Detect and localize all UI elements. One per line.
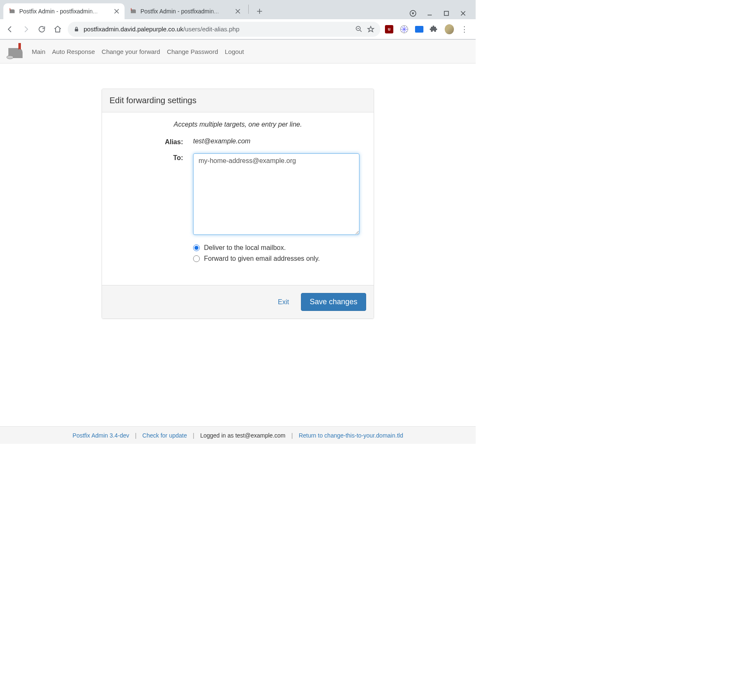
mailbox-favicon [8, 8, 16, 15]
exit-link[interactable]: Exit [278, 298, 289, 305]
extensions-icon[interactable] [430, 25, 439, 34]
browser-chrome: Postfix Admin - postfixadmin... Postfix … [0, 0, 476, 40]
radio-forward-only-label: Forward to given email addresses only. [204, 255, 320, 262]
svg-rect-3 [75, 29, 78, 31]
panel-header: Edit forwarding settings [102, 89, 374, 112]
footer-return-link[interactable]: Return to change-this-to-your.domain.tld [299, 432, 403, 439]
tab-strip: Postfix Admin - postfixadmin... Postfix … [0, 0, 476, 19]
footer-check-update[interactable]: Check for update [143, 432, 187, 439]
home-button[interactable] [52, 23, 64, 35]
page-footer: Postfix Admin 3.4-dev | Check for update… [0, 426, 476, 444]
alias-value: test@example.com [193, 137, 250, 145]
mailbox-favicon [130, 8, 137, 15]
zoom-icon[interactable] [355, 25, 363, 33]
radio-deliver-local-input[interactable] [193, 244, 200, 251]
radio-forward-only-input[interactable] [193, 255, 200, 262]
radio-deliver-local-label: Deliver to the local mailbox. [204, 244, 286, 252]
browser-tab[interactable]: Postfix Admin - postfixadmin... [125, 3, 246, 19]
to-textarea[interactable] [193, 153, 359, 235]
browser-tab-active[interactable]: Postfix Admin - postfixadmin... [3, 3, 125, 19]
panel-title: Edit forwarding settings [110, 96, 366, 105]
forward-button[interactable] [20, 23, 32, 35]
top-nav: Main Auto Response Change your forward C… [0, 40, 476, 64]
panel-footer: Exit Save changes [102, 285, 374, 318]
url-text: postfixadmin.david.palepurple.co.uk/user… [84, 25, 351, 33]
nav-main[interactable]: Main [32, 48, 46, 55]
to-row: To: [110, 153, 366, 237]
reload-button[interactable] [36, 23, 48, 35]
extension-icons: u ⋮ [385, 25, 471, 34]
ublock-icon[interactable]: u [385, 25, 394, 34]
tab-title: Postfix Admin - postfixadmin... [140, 8, 232, 15]
alias-label: Alias: [110, 137, 193, 146]
edit-forwarding-panel: Edit forwarding settings Accepts multipl… [102, 89, 374, 319]
svg-rect-2 [444, 11, 448, 15]
tab-separator [248, 5, 249, 14]
nav-change-forward[interactable]: Change your forward [102, 48, 160, 55]
url-bar[interactable]: postfixadmin.david.palepurple.co.uk/user… [68, 22, 380, 37]
close-window-icon[interactable] [460, 10, 466, 17]
window-controls [404, 10, 472, 19]
save-button[interactable]: Save changes [301, 293, 366, 311]
page-content: Main Auto Response Change your forward C… [0, 40, 476, 427]
extension-icon-blue[interactable] [415, 25, 424, 34]
extension-icon[interactable] [400, 25, 409, 34]
radio-forward-only[interactable]: Forward to given email addresses only. [193, 255, 366, 262]
delivery-options: Deliver to the local mailbox. Forward to… [110, 244, 366, 266]
nav-auto-response[interactable]: Auto Response [52, 48, 95, 55]
svg-point-6 [7, 56, 13, 59]
lock-icon [74, 26, 79, 32]
new-tab-button[interactable] [254, 5, 265, 17]
to-label: To: [110, 153, 193, 237]
back-button[interactable] [4, 23, 16, 35]
maximize-icon[interactable] [443, 10, 450, 17]
kebab-menu-icon[interactable]: ⋮ [460, 25, 469, 34]
main-area: Edit forwarding settings Accepts multipl… [0, 64, 476, 344]
postfix-logo-icon [6, 42, 27, 61]
alias-row: Alias: test@example.com [110, 137, 366, 146]
nav-change-password[interactable]: Change Password [167, 48, 218, 55]
tab-title: Postfix Admin - postfixadmin... [19, 8, 110, 15]
profile-avatar[interactable] [445, 25, 454, 34]
footer-logged-in: Logged in as test@example.com [200, 432, 285, 439]
close-icon[interactable] [235, 8, 241, 14]
address-bar: postfixadmin.david.palepurple.co.uk/user… [0, 19, 476, 39]
close-icon[interactable] [114, 8, 120, 14]
footer-version[interactable]: Postfix Admin 3.4-dev [73, 432, 129, 439]
bookmark-star-icon[interactable] [367, 25, 374, 33]
form-hint: Accepts multiple targets, one entry per … [110, 121, 366, 128]
radio-deliver-local[interactable]: Deliver to the local mailbox. [193, 244, 366, 252]
minimize-icon[interactable] [426, 10, 433, 17]
nav-logout[interactable]: Logout [225, 48, 244, 55]
chrome-profile-icon[interactable] [410, 10, 416, 17]
panel-body: Accepts multiple targets, one entry per … [102, 112, 374, 285]
svg-marker-1 [412, 13, 414, 15]
